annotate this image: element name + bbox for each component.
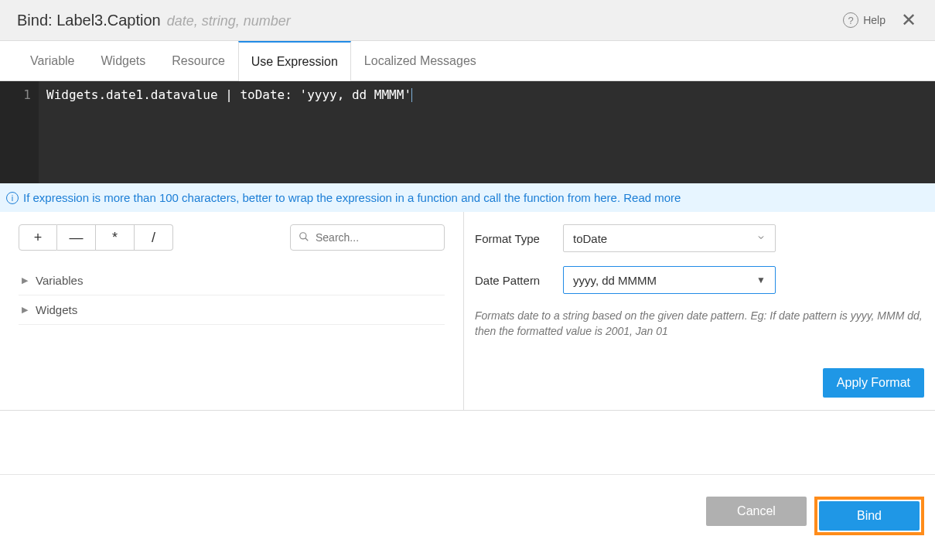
minus-button[interactable]: — [57,224,96,251]
search-field[interactable] [290,224,445,251]
info-text: If expression is more than 100 character… [23,191,623,204]
date-pattern-value: yyyy, dd MMMM [573,274,657,287]
bind-dialog: Bind: Label3.Caption date, string, numbe… [0,0,935,548]
tree-item-label: Widgets [36,303,77,316]
help-label: Help [863,14,886,26]
svg-line-1 [305,237,309,241]
bind-button[interactable]: Bind [819,501,920,531]
tab-localized-messages[interactable]: Localized Messages [351,41,490,81]
editor-content[interactable]: Widgets.date1.datavalue | toDate: 'yyyy,… [39,81,420,183]
cancel-button[interactable]: Cancel [706,497,807,526]
dialog-hint: date, string, number [167,13,291,29]
expression-editor[interactable]: 1 Widgets.date1.datavalue | toDate: 'yyy… [0,81,935,183]
multiply-button[interactable]: * [96,224,135,251]
format-type-select[interactable]: toDate [563,224,776,252]
chevron-right-icon: ▶ [22,275,28,285]
info-icon: i [6,192,19,204]
plus-button[interactable]: + [19,224,57,251]
tree-item-label: Variables [36,274,83,287]
divide-button[interactable]: / [135,224,173,251]
tab-bar: Variable Widgets Resource Use Expression… [0,41,935,81]
format-type-label: Format Type [475,232,549,245]
search-input[interactable] [316,231,436,244]
chevron-right-icon: ▶ [22,305,28,315]
apply-format-button[interactable]: Apply Format [823,368,924,398]
help-icon: ? [843,12,858,28]
panel-row: + — * / ▶ Variables ▶ [0,212,935,411]
read-more-link[interactable]: Read more [623,191,681,204]
format-description: Formats date to a string based on the gi… [475,308,924,340]
operator-toolbar: + — * / [19,224,173,251]
editor-gutter: 1 [0,81,39,183]
dialog-title: Bind: Label3.Caption [17,12,161,29]
tab-widgets[interactable]: Widgets [88,41,159,81]
format-type-value: toDate [573,232,607,245]
tree-list: ▶ Variables ▶ Widgets [19,266,445,325]
dialog-footer: Cancel Bind [0,474,935,548]
chevron-down-icon: ▼ [756,275,766,285]
close-button[interactable]: ✕ [899,11,918,29]
bind-button-highlight: Bind [814,497,924,535]
code-text: Widgets.date1.datavalue | toDate: 'yyyy,… [46,87,411,102]
info-banner: i If expression is more than 100 charact… [0,183,935,212]
expression-builder-panel: + — * / ▶ Variables ▶ [0,212,464,411]
tree-item-variables[interactable]: ▶ Variables [19,266,445,295]
dialog-titlebar: Bind: Label3.Caption date, string, numbe… [0,0,935,41]
tree-item-widgets[interactable]: ▶ Widgets [19,295,445,325]
format-panel: Format Type toDate Date Pattern yyyy, dd… [464,212,935,411]
help-button[interactable]: ? Help [843,12,886,28]
editor-cursor [411,88,412,102]
svg-point-0 [300,232,306,238]
line-number: 1 [0,87,31,102]
tab-resource[interactable]: Resource [159,41,237,81]
search-icon [299,231,309,244]
chevron-down-icon [756,233,766,244]
tab-use-expression[interactable]: Use Expression [238,41,351,81]
date-pattern-label: Date Pattern [475,274,549,287]
date-pattern-select[interactable]: yyyy, dd MMMM ▼ [563,266,776,294]
tab-variable[interactable]: Variable [17,41,88,81]
